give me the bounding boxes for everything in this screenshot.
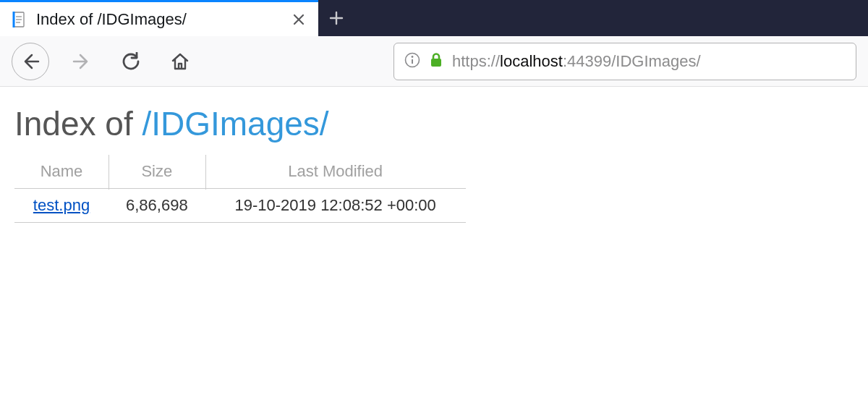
file-size-cell: 6,86,698: [109, 189, 205, 223]
heading-prefix: Index of: [14, 105, 142, 143]
toolbar: https://localhost:44399/IDGImages/: [0, 36, 868, 87]
page-favicon-icon: [12, 12, 27, 27]
column-header-name: Name: [14, 156, 109, 189]
new-tab-button[interactable]: [318, 0, 354, 36]
reload-icon: [122, 52, 140, 71]
tab-strip: Index of /IDGImages/: [0, 0, 868, 36]
info-icon[interactable]: [404, 52, 420, 71]
back-arrow-icon: [21, 52, 40, 71]
forward-arrow-icon: [72, 52, 91, 71]
url-port: :44399: [563, 52, 611, 70]
table-header-row: Name Size Last Modified: [14, 156, 466, 189]
svg-point-10: [412, 56, 414, 58]
file-modified-cell: 19-10-2019 12:08:52 +00:00: [205, 189, 466, 223]
close-icon: [293, 14, 305, 25]
column-header-modified: Last Modified: [205, 156, 466, 189]
plus-icon: [329, 11, 344, 25]
url-path: /IDGImages/: [611, 52, 700, 70]
address-bar[interactable]: https://localhost:44399/IDGImages/: [393, 43, 856, 80]
svg-rect-4: [13, 12, 15, 27]
column-header-size: Size: [109, 156, 205, 189]
url-text: https://localhost:44399/IDGImages/: [452, 52, 846, 71]
url-host: localhost: [500, 52, 563, 70]
url-scheme: https://: [452, 52, 500, 70]
file-link[interactable]: test.png: [33, 196, 90, 214]
forward-button[interactable]: [65, 45, 98, 78]
page-content: Index of /IDGImages/ Name Size Last Modi…: [0, 87, 868, 240]
file-name-cell: test.png: [14, 189, 109, 223]
close-tab-button[interactable]: [291, 12, 307, 27]
heading-path: /IDGImages/: [142, 105, 328, 143]
home-button[interactable]: [163, 45, 197, 78]
browser-tab[interactable]: Index of /IDGImages/: [0, 0, 318, 36]
home-icon: [170, 52, 190, 71]
tab-title: Index of /IDGImages/: [36, 10, 291, 29]
back-button[interactable]: [12, 43, 49, 80]
reload-button[interactable]: [114, 45, 148, 78]
table-row: test.png 6,86,698 19-10-2019 12:08:52 +0…: [14, 189, 466, 223]
directory-listing-table: Name Size Last Modified test.png 6,86,69…: [14, 156, 466, 223]
svg-rect-12: [431, 59, 441, 67]
lock-icon[interactable]: [429, 52, 443, 71]
page-title: Index of /IDGImages/: [14, 104, 854, 143]
